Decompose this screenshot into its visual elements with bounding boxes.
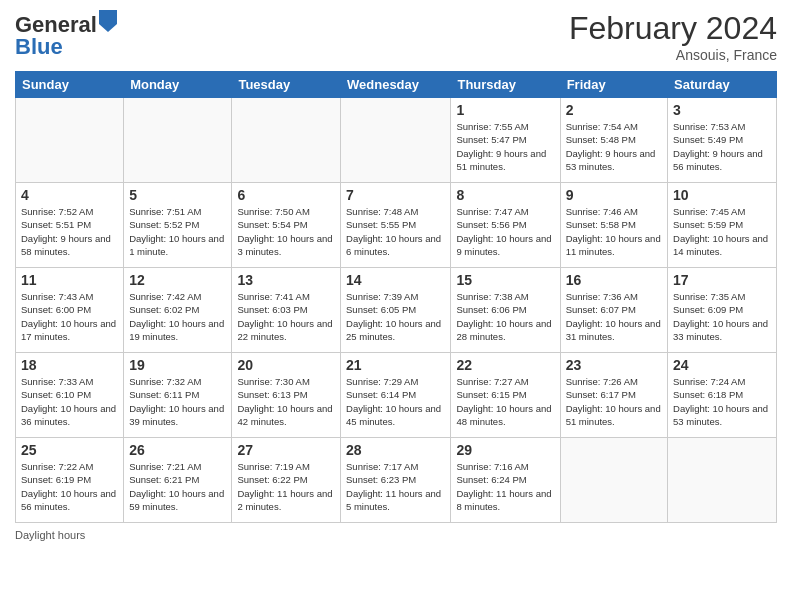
logo-blue: Blue [15,34,63,59]
day-number: 29 [456,442,554,458]
day-info: Sunrise: 7:24 AM Sunset: 6:18 PM Dayligh… [673,375,771,428]
logo-icon [99,10,117,32]
day-info: Sunrise: 7:52 AM Sunset: 5:51 PM Dayligh… [21,205,118,258]
day-number: 6 [237,187,335,203]
day-number: 2 [566,102,662,118]
calendar-cell: 27Sunrise: 7:19 AM Sunset: 6:22 PM Dayli… [232,438,341,523]
day-info: Sunrise: 7:48 AM Sunset: 5:55 PM Dayligh… [346,205,445,258]
calendar-week-row: 1Sunrise: 7:55 AM Sunset: 5:47 PM Daylig… [16,98,777,183]
calendar-cell: 5Sunrise: 7:51 AM Sunset: 5:52 PM Daylig… [124,183,232,268]
day-info: Sunrise: 7:54 AM Sunset: 5:48 PM Dayligh… [566,120,662,173]
calendar-week-row: 18Sunrise: 7:33 AM Sunset: 6:10 PM Dayli… [16,353,777,438]
day-number: 16 [566,272,662,288]
day-number: 15 [456,272,554,288]
day-info: Sunrise: 7:36 AM Sunset: 6:07 PM Dayligh… [566,290,662,343]
calendar-cell: 24Sunrise: 7:24 AM Sunset: 6:18 PM Dayli… [668,353,777,438]
calendar-cell: 26Sunrise: 7:21 AM Sunset: 6:21 PM Dayli… [124,438,232,523]
day-number: 4 [21,187,118,203]
day-info: Sunrise: 7:46 AM Sunset: 5:58 PM Dayligh… [566,205,662,258]
day-number: 13 [237,272,335,288]
calendar-week-row: 25Sunrise: 7:22 AM Sunset: 6:19 PM Dayli… [16,438,777,523]
day-number: 7 [346,187,445,203]
day-info: Sunrise: 7:35 AM Sunset: 6:09 PM Dayligh… [673,290,771,343]
day-info: Sunrise: 7:19 AM Sunset: 6:22 PM Dayligh… [237,460,335,513]
calendar-cell: 16Sunrise: 7:36 AM Sunset: 6:07 PM Dayli… [560,268,667,353]
calendar-cell: 19Sunrise: 7:32 AM Sunset: 6:11 PM Dayli… [124,353,232,438]
calendar-cell: 3Sunrise: 7:53 AM Sunset: 5:49 PM Daylig… [668,98,777,183]
calendar-cell: 29Sunrise: 7:16 AM Sunset: 6:24 PM Dayli… [451,438,560,523]
weekday-header-friday: Friday [560,72,667,98]
day-number: 5 [129,187,226,203]
day-info: Sunrise: 7:29 AM Sunset: 6:14 PM Dayligh… [346,375,445,428]
day-info: Sunrise: 7:43 AM Sunset: 6:00 PM Dayligh… [21,290,118,343]
weekday-header-monday: Monday [124,72,232,98]
calendar-cell: 28Sunrise: 7:17 AM Sunset: 6:23 PM Dayli… [341,438,451,523]
calendar-cell: 25Sunrise: 7:22 AM Sunset: 6:19 PM Dayli… [16,438,124,523]
day-number: 28 [346,442,445,458]
day-number: 22 [456,357,554,373]
logo-text: GeneralBlue [15,10,117,58]
calendar-cell: 15Sunrise: 7:38 AM Sunset: 6:06 PM Dayli… [451,268,560,353]
footer-note: Daylight hours [15,529,777,541]
day-number: 11 [21,272,118,288]
calendar-cell [560,438,667,523]
calendar-cell: 11Sunrise: 7:43 AM Sunset: 6:00 PM Dayli… [16,268,124,353]
day-number: 8 [456,187,554,203]
calendar-cell: 21Sunrise: 7:29 AM Sunset: 6:14 PM Dayli… [341,353,451,438]
calendar-cell: 10Sunrise: 7:45 AM Sunset: 5:59 PM Dayli… [668,183,777,268]
logo: GeneralBlue [15,10,117,58]
calendar-cell [124,98,232,183]
weekday-header-wednesday: Wednesday [341,72,451,98]
day-info: Sunrise: 7:21 AM Sunset: 6:21 PM Dayligh… [129,460,226,513]
header: GeneralBlue February 2024 Ansouis, Franc… [15,10,777,63]
calendar-cell: 22Sunrise: 7:27 AM Sunset: 6:15 PM Dayli… [451,353,560,438]
calendar-cell: 13Sunrise: 7:41 AM Sunset: 6:03 PM Dayli… [232,268,341,353]
calendar-cell: 2Sunrise: 7:54 AM Sunset: 5:48 PM Daylig… [560,98,667,183]
day-info: Sunrise: 7:51 AM Sunset: 5:52 PM Dayligh… [129,205,226,258]
day-info: Sunrise: 7:30 AM Sunset: 6:13 PM Dayligh… [237,375,335,428]
calendar-cell: 12Sunrise: 7:42 AM Sunset: 6:02 PM Dayli… [124,268,232,353]
day-info: Sunrise: 7:39 AM Sunset: 6:05 PM Dayligh… [346,290,445,343]
title-block: February 2024 Ansouis, France [569,10,777,63]
day-info: Sunrise: 7:26 AM Sunset: 6:17 PM Dayligh… [566,375,662,428]
calendar-cell: 14Sunrise: 7:39 AM Sunset: 6:05 PM Dayli… [341,268,451,353]
day-info: Sunrise: 7:22 AM Sunset: 6:19 PM Dayligh… [21,460,118,513]
day-info: Sunrise: 7:55 AM Sunset: 5:47 PM Dayligh… [456,120,554,173]
day-info: Sunrise: 7:50 AM Sunset: 5:54 PM Dayligh… [237,205,335,258]
calendar-cell: 8Sunrise: 7:47 AM Sunset: 5:56 PM Daylig… [451,183,560,268]
day-info: Sunrise: 7:33 AM Sunset: 6:10 PM Dayligh… [21,375,118,428]
day-number: 9 [566,187,662,203]
calendar-week-row: 4Sunrise: 7:52 AM Sunset: 5:51 PM Daylig… [16,183,777,268]
page: GeneralBlue February 2024 Ansouis, Franc… [0,0,792,612]
weekday-header-sunday: Sunday [16,72,124,98]
day-number: 26 [129,442,226,458]
subtitle: Ansouis, France [569,47,777,63]
day-number: 17 [673,272,771,288]
day-number: 10 [673,187,771,203]
calendar: SundayMondayTuesdayWednesdayThursdayFrid… [15,71,777,523]
day-info: Sunrise: 7:53 AM Sunset: 5:49 PM Dayligh… [673,120,771,173]
weekday-header-saturday: Saturday [668,72,777,98]
day-number: 1 [456,102,554,118]
day-info: Sunrise: 7:45 AM Sunset: 5:59 PM Dayligh… [673,205,771,258]
day-number: 23 [566,357,662,373]
weekday-header-tuesday: Tuesday [232,72,341,98]
day-number: 21 [346,357,445,373]
day-info: Sunrise: 7:42 AM Sunset: 6:02 PM Dayligh… [129,290,226,343]
day-info: Sunrise: 7:27 AM Sunset: 6:15 PM Dayligh… [456,375,554,428]
day-info: Sunrise: 7:41 AM Sunset: 6:03 PM Dayligh… [237,290,335,343]
day-info: Sunrise: 7:38 AM Sunset: 6:06 PM Dayligh… [456,290,554,343]
day-number: 12 [129,272,226,288]
svg-marker-0 [99,10,117,32]
weekday-header-row: SundayMondayTuesdayWednesdayThursdayFrid… [16,72,777,98]
day-info: Sunrise: 7:32 AM Sunset: 6:11 PM Dayligh… [129,375,226,428]
day-number: 20 [237,357,335,373]
calendar-cell: 17Sunrise: 7:35 AM Sunset: 6:09 PM Dayli… [668,268,777,353]
weekday-header-thursday: Thursday [451,72,560,98]
day-info: Sunrise: 7:16 AM Sunset: 6:24 PM Dayligh… [456,460,554,513]
calendar-cell: 23Sunrise: 7:26 AM Sunset: 6:17 PM Dayli… [560,353,667,438]
day-number: 14 [346,272,445,288]
calendar-cell [232,98,341,183]
calendar-cell: 7Sunrise: 7:48 AM Sunset: 5:55 PM Daylig… [341,183,451,268]
calendar-cell [341,98,451,183]
